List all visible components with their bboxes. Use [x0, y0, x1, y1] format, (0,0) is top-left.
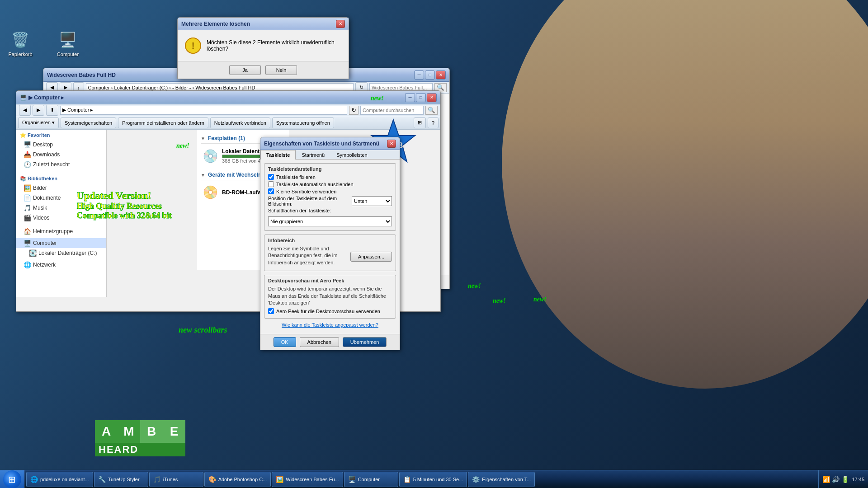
- computer-search-input[interactable]: [360, 106, 424, 115]
- favorites-header: ⭐ Favoriten: [16, 130, 106, 140]
- systemeigenschaften-btn[interactable]: Systemeigenschaften: [61, 117, 116, 128]
- sidebar-computer[interactable]: 🖥️Computer: [16, 238, 106, 248]
- amber-e: E: [163, 420, 185, 443]
- time-display: 17:45: [852, 477, 864, 482]
- taskbar-item-computer-task[interactable]: 🖥️ Computer: [344, 472, 398, 487]
- taskbar-item-widescreen[interactable]: 🖼️ Widescreen Babes Fu...: [272, 472, 343, 487]
- computer-task-icon: 🖥️: [348, 476, 356, 483]
- computer-task-label: Computer: [358, 477, 380, 482]
- tab-symbolleisten[interactable]: Symbolleisten: [330, 150, 373, 160]
- desktop-icon-recycle-bin[interactable]: 🗑️ Papierkorb: [2, 27, 38, 59]
- deinstallieren-btn[interactable]: Programm deinstallieren oder ändern: [118, 117, 208, 128]
- delete-close-btn[interactable]: ✕: [336, 20, 345, 28]
- explorer-minimize-btn[interactable]: ─: [414, 70, 424, 80]
- cb-fixieren-row: Taskleiste fixieren: [268, 174, 392, 180]
- taskbar-props-close-btn[interactable]: ✕: [387, 140, 396, 148]
- amber-b: B: [140, 420, 163, 443]
- pddeluxe-label: pddeluxe on deviant...: [40, 477, 89, 482]
- amber-m: M: [118, 420, 140, 443]
- taskbar-tray: 📶 🔊 🔋 17:45: [818, 470, 868, 488]
- new-badge-copy: new!: [533, 296, 547, 303]
- delete-message: Möchten Sie diese 2 Elemente wirklich un…: [207, 39, 341, 52]
- sidebar-heimnetzgruppe[interactable]: 🏠Heimnetzgruppe: [16, 226, 106, 236]
- start-button[interactable]: ⊞: [0, 470, 24, 488]
- cb-ausblenden-row: Taskleiste automatisch ausblenden: [268, 181, 392, 187]
- info-title: Infobereich: [268, 238, 392, 243]
- taskbar-props-buttons: OK Abbrechen Übernehmen: [260, 334, 400, 350]
- explorer-window-controls: ─ □ ✕: [414, 70, 446, 80]
- eigenschaften-label: Eigenschaften von T...: [482, 477, 531, 482]
- tab-startmenu[interactable]: Startmenü: [296, 150, 330, 160]
- sidebar-desktop[interactable]: 🖥️Desktop: [16, 140, 106, 150]
- explorer-maximize-btn[interactable]: □: [425, 70, 435, 80]
- harddrives-label: Festplatten (1): [208, 135, 245, 141]
- taskbar-items: 🌐 pddeluxe on deviant... 🔧 TuneUp Styler…: [24, 470, 818, 488]
- taskbar-item-pddeluxe[interactable]: 🌐 pddeluxe on deviant...: [26, 472, 93, 487]
- taskbar-item-tuneup[interactable]: 🔧 TuneUp Styler: [94, 472, 148, 487]
- computer-maximize-btn[interactable]: □: [416, 93, 426, 102]
- darstellung-title: Taskleistendarstellung: [268, 166, 392, 172]
- taskbar-props-titlebar[interactable]: Eigenschaften von Taskleiste und Startme…: [260, 137, 400, 150]
- organise-btn[interactable]: Organisieren ▾: [18, 117, 59, 128]
- new-badge-1: new!: [176, 142, 189, 150]
- taskbar-item-eigenschaften[interactable]: ⚙️ Eigenschaften von T...: [468, 472, 535, 487]
- uebernehmen-btn[interactable]: Übernehmen: [343, 337, 387, 347]
- anpassen-btn[interactable]: Anpassen...: [350, 252, 392, 262]
- computer-close-btn[interactable]: ✕: [427, 93, 437, 102]
- computer-label: Computer: [57, 52, 79, 57]
- cb-fixieren[interactable]: [268, 174, 274, 180]
- itunes-icon: 🎵: [153, 476, 161, 483]
- explorer-close-btn[interactable]: ✕: [436, 70, 446, 80]
- help-btn[interactable]: ?: [428, 117, 439, 128]
- netzlaufwerk-btn[interactable]: Netzlaufwerk verbinden: [210, 117, 270, 128]
- darstellung-section: Taskleistendarstellung Taskleiste fixier…: [264, 163, 396, 231]
- local-disk-bar-fill: [222, 155, 264, 158]
- taskbar-item-5min[interactable]: 📋 5 Minuten und 30 Se...: [399, 472, 467, 487]
- new-badge-4: new!: [493, 297, 506, 305]
- cb-aero[interactable]: [268, 308, 274, 314]
- taskbar-props-title: Eigenschaften von Taskleiste und Startme…: [264, 141, 387, 147]
- new-badge-3: new!: [468, 282, 481, 290]
- computer-minimize-btn[interactable]: ─: [405, 93, 415, 102]
- taskbar: ⊞ 🌐 pddeluxe on deviant... 🔧 TuneUp Styl…: [0, 470, 868, 488]
- computer-refresh-btn[interactable]: ↻: [349, 106, 359, 115]
- tray-volume-icon[interactable]: 🔊: [832, 476, 840, 483]
- taskbar-help-link[interactable]: Wie kann die Taskleiste angepasst werden…: [264, 322, 396, 328]
- computer-back-btn[interactable]: ◀: [19, 105, 31, 116]
- abbrechen-btn[interactable]: Abbrechen: [300, 337, 339, 347]
- systemsteuerung-btn[interactable]: Systemsteuerung öffnen: [272, 117, 334, 128]
- cb-aero-label: Aero Peek für die Desktopvorschau verwen…: [276, 309, 380, 314]
- computer-search-btn[interactable]: 🔍: [425, 106, 438, 115]
- 5min-label: 5 Minuten und 30 Se...: [413, 477, 463, 482]
- sidebar-local-disk[interactable]: 💽Lokaler Datenträger (C:): [16, 248, 106, 258]
- cb-ausblenden[interactable]: [268, 181, 274, 187]
- taskbar-properties-dialog: Eigenschaften von Taskleiste und Startme…: [260, 137, 400, 350]
- taskbar-item-photoshop[interactable]: 🎨 Adobe Photoshop C...: [204, 472, 271, 487]
- desktop-icon-computer[interactable]: 🖥️ Computer: [50, 27, 86, 59]
- delete-yes-btn[interactable]: Ja: [229, 65, 261, 75]
- ok-btn[interactable]: OK: [274, 337, 296, 347]
- computer-icon: 🖥️: [57, 29, 79, 51]
- cb-kleine-symbole[interactable]: [268, 188, 274, 194]
- recycle-bin-icon: 🗑️: [9, 29, 31, 51]
- amber-heard: HEARD: [95, 443, 185, 456]
- start-orb: ⊞: [3, 470, 21, 488]
- schaltflaechen-select[interactable]: Nie gruppieren: [268, 216, 392, 226]
- computer-forward-btn[interactable]: ▶: [33, 105, 44, 116]
- computer-title-icon: 🖥️: [20, 94, 27, 101]
- sidebar-network[interactable]: 🌐Netzwerk: [16, 260, 106, 270]
- taskbar-item-itunes[interactable]: 🎵 iTunes: [149, 472, 203, 487]
- sidebar-recent[interactable]: 🕐Zuletzt besucht: [16, 160, 106, 169]
- computer-address-input[interactable]: [60, 106, 347, 115]
- position-label: Position der Taskleiste auf dem Bildschi…: [268, 196, 349, 206]
- tab-taskleiste[interactable]: Taskleiste: [260, 150, 296, 160]
- delete-no-btn[interactable]: Nein: [265, 65, 297, 75]
- tray-network-icon[interactable]: 📶: [822, 476, 830, 483]
- delete-titlebar[interactable]: Mehrere Elemente löschen ✕: [178, 18, 349, 30]
- taskbar-time: 17:45: [852, 477, 864, 482]
- taskbar-props-tabs: Taskleiste Startmenü Symbolleisten: [260, 150, 400, 160]
- position-select[interactable]: Unten: [352, 196, 392, 206]
- computer-up-btn[interactable]: ⬆: [46, 105, 58, 116]
- aero-section: Desktopvorschau mit Aero Peek Der Deskto…: [264, 275, 396, 319]
- sidebar-downloads[interactable]: 📥Downloads: [16, 150, 106, 160]
